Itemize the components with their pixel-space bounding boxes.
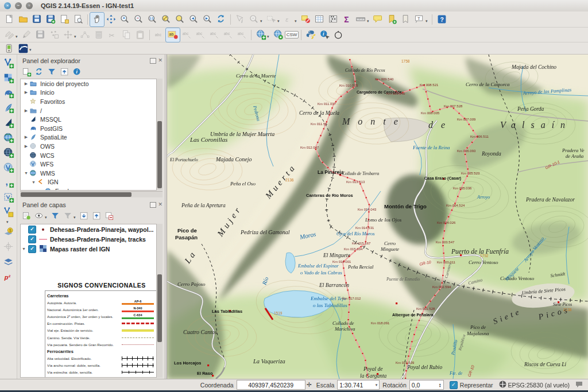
browser-item-wms[interactable]: ▼WMS [21, 169, 162, 178]
add-postgis-layer-icon[interactable] [2, 86, 16, 100]
coordinate-input[interactable]: 409397,4520239 [237, 380, 305, 390]
zoom-in-icon[interactable]: + [118, 13, 131, 26]
properties-icon[interactable]: i [71, 66, 83, 77]
refresh-map-icon[interactable] [214, 13, 228, 26]
undock-icon[interactable] [150, 202, 156, 208]
gps-tools-icon[interactable] [2, 41, 16, 55]
statistics-panel-icon[interactable]: Σ [340, 13, 354, 26]
p2-plugin-icon[interactable]: p² [2, 270, 16, 284]
browser-item-wcs[interactable]: WCS [21, 151, 162, 160]
feature-actions-dropdown-icon[interactable]: ▾ [260, 19, 264, 24]
browser-item-inicio-del-proyecto[interactable]: ▶Inicio del proyecto [21, 79, 162, 88]
save-project-icon[interactable] [30, 13, 44, 26]
expander-icon[interactable]: ▶ [23, 135, 29, 139]
add-wfs-layer-icon[interactable] [2, 161, 16, 174]
collapse-all-browser-icon[interactable] [58, 66, 71, 77]
deselect-all-icon[interactable] [299, 13, 312, 26]
add-virtual-layer-icon[interactable] [2, 191, 16, 204]
browser-vscrollbar[interactable] [156, 79, 163, 191]
expander-icon[interactable]: ▶ [23, 81, 29, 86]
close-panel-icon[interactable]: ✕ [158, 58, 163, 63]
expander-icon[interactable]: ▼ [30, 180, 37, 184]
new-shapefile-layer-dropdown-icon[interactable]: ▾ [6, 220, 10, 224]
new-project-icon[interactable] [2, 13, 16, 26]
open-project-icon[interactable] [16, 13, 30, 26]
minimize-icon[interactable]: − [15, 2, 22, 9]
layers-tree[interactable]: ✓Dehesas-Pradera-Pinareja, waypol...✓Deh… [20, 224, 163, 378]
filter-browser-icon[interactable] [45, 66, 58, 77]
browser-item-wfs[interactable]: WFS [21, 160, 162, 169]
zoom-out-icon[interactable]: − [131, 13, 145, 26]
browser-item--[interactable]: ▶/ [21, 106, 162, 115]
crs-status-text[interactable]: EPSG:25830 (al vuelo) [508, 382, 570, 389]
render-checkbox[interactable]: ✓ [450, 381, 458, 389]
python-console-icon[interactable] [304, 28, 318, 42]
undock-icon[interactable] [150, 58, 156, 64]
add-mssql-layer-icon[interactable] [2, 116, 16, 130]
refresh-browser-icon[interactable] [33, 66, 45, 77]
manage-visibility-dropdown-icon[interactable]: ▾ [45, 215, 49, 220]
close-icon[interactable]: × [4, 2, 11, 9]
remove-layer-icon[interactable] [103, 210, 115, 222]
open-layer-styling-icon[interactable] [20, 210, 33, 222]
browser-item-postgis[interactable]: PostGIS [21, 124, 162, 133]
metasearch-catalog-icon[interactable] [271, 28, 285, 42]
filter-by-expression-dropdown-icon[interactable]: ▾ [74, 215, 78, 220]
expander-icon[interactable]: ▼ [21, 247, 27, 251]
title-bar[interactable]: × − ▫ QGIS 2.14.19-Essen - IGN-test1 [0, 0, 588, 12]
composer-manager-icon[interactable] [71, 13, 85, 26]
close-panel-icon[interactable]: ✕ [158, 202, 163, 207]
zoom-to-selection-icon[interactable] [173, 13, 187, 26]
browser-item-spatialite[interactable]: ▶SpatiaLite [21, 133, 162, 142]
whats-this-icon[interactable]: i [318, 28, 331, 42]
add-raster-layer-icon[interactable] [2, 71, 16, 85]
scale-combobox[interactable]: 1:30.741▾ [337, 380, 380, 390]
save-project-as-icon[interactable] [44, 13, 57, 26]
messages-icon[interactable] [575, 381, 583, 389]
add-delimited-text-layer-icon[interactable]: , [2, 176, 16, 189]
measure-icon[interactable] [354, 13, 368, 26]
layer-labeling-options-icon[interactable]: ab [166, 28, 180, 42]
browser-tree[interactable]: ▶Inicio del proyecto▶InicioFavoritos▶/MS… [20, 79, 163, 191]
measure-dropdown-icon[interactable]: ▾ [367, 19, 371, 24]
new-composer-icon[interactable] [57, 13, 71, 26]
text-annotation-icon[interactable]: T [412, 13, 426, 26]
new-shapefile-layer-icon[interactable] [2, 205, 16, 219]
zoom-native-icon[interactable]: 1:1 [145, 13, 159, 26]
crs-status-icon[interactable] [499, 381, 506, 389]
expander-icon[interactable]: ▶ [23, 144, 29, 149]
add-oracle-georaster-icon[interactable]: $ [2, 225, 16, 239]
rotation-spinner[interactable]: 0,0▲▼ [409, 380, 444, 390]
new-bookmark-icon[interactable] [385, 13, 399, 26]
add-vector-layer-icon[interactable] [2, 56, 16, 70]
layer-checkbox[interactable]: ✓ [28, 226, 36, 234]
current-edits-dropdown-icon[interactable]: ▾ [16, 34, 20, 39]
expander-icon[interactable]: ▶ [23, 108, 29, 113]
browser-item-favoritos[interactable]: Favoritos [21, 97, 162, 106]
layer-checkbox[interactable]: ✓ [28, 245, 36, 253]
attribute-table-icon[interactable] [312, 13, 326, 26]
manage-visibility-icon[interactable] [33, 210, 45, 222]
move-feature-dropdown-icon[interactable]: ▾ [74, 34, 78, 39]
browser-item-ows[interactable]: ▶OWS [21, 142, 162, 151]
map-tips-icon[interactable] [371, 13, 385, 26]
zoom-full-icon[interactable]: ⤢ [159, 13, 173, 26]
browser-item-inicio[interactable]: ▶Inicio [21, 88, 162, 98]
pan-to-selection-icon[interactable] [104, 13, 118, 26]
add-layer-generic-icon[interactable] [2, 255, 16, 269]
help-icon[interactable]: ? [435, 13, 448, 26]
filter-legend-icon[interactable] [49, 210, 61, 222]
google-earth-export-dropdown-icon[interactable]: ▾ [29, 48, 33, 52]
add-wms-service-dropdown-icon[interactable]: ▾ [267, 34, 271, 39]
extents-toggle-icon[interactable]: ✛ [307, 381, 312, 389]
layer-item[interactable]: ✓Dehesas-Pradera-Pinareja, tracks [21, 234, 162, 244]
add-spatialite-layer-icon[interactable] [2, 101, 16, 115]
add-to-favorites-icon[interactable] [20, 66, 33, 77]
maximize-icon[interactable]: ▫ [26, 2, 33, 9]
select-by-expression-dropdown-icon[interactable]: ▾ [295, 19, 299, 24]
zoom-next-icon[interactable]: ▸ [200, 13, 214, 26]
layer-item[interactable]: ✓Dehesas-Pradera-Pinareja, waypol... [21, 224, 162, 234]
layers-vscrollbar[interactable] [156, 224, 163, 378]
collapse-all-icon[interactable] [90, 210, 103, 222]
add-wcs-layer-icon[interactable] [2, 146, 16, 160]
